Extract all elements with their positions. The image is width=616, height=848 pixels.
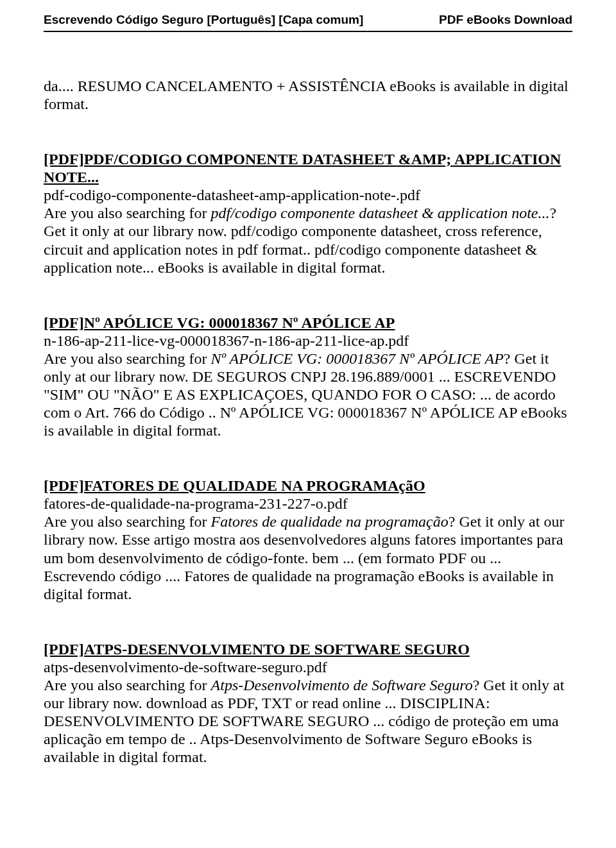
entry-filename: atps-desenvolvimento-de-software-seguro.… xyxy=(44,659,327,675)
entry-body-pre: Are you also searching for xyxy=(44,205,211,221)
entry-body-italic: pdf/codigo componente datasheet & applic… xyxy=(211,205,550,221)
entry-title-link[interactable]: [PDF]Nº APÓLICE VG: 000018367 Nº APÓLICE… xyxy=(44,314,395,331)
entry-body-pre: Are you also searching for xyxy=(44,350,211,367)
header-divider xyxy=(44,31,572,32)
header-right: PDF eBooks Download xyxy=(439,13,572,27)
entry-body-italic: Fatores de qualidade na programação xyxy=(211,513,449,530)
entry-title-link[interactable]: [PDF]FATORES DE QUALIDADE NA PROGRAMAçãO xyxy=(44,477,425,494)
entry-body-italic: Nº APÓLICE VG: 000018367 Nº APÓLICE AP xyxy=(211,350,504,367)
entry-filename: pdf-codigo-componente-datasheet-amp-appl… xyxy=(44,187,420,203)
entry-body-pre: Are you also searching for xyxy=(44,513,211,530)
entry-body-pre: Are you also searching for xyxy=(44,677,211,693)
header-title: Escrevendo Código Seguro [Português] [Ca… xyxy=(44,13,363,27)
intro-text: da.... RESUMO CANCELAMENTO + ASSISTÊNCIA… xyxy=(44,77,572,113)
pdf-entry: [PDF]Nº APÓLICE VG: 000018367 Nº APÓLICE… xyxy=(44,314,572,440)
pdf-entry: [PDF]PDF/CODIGO COMPONENTE DATASHEET &AM… xyxy=(44,150,572,276)
pdf-entry: [PDF]FATORES DE QUALIDADE NA PROGRAMAçãO… xyxy=(44,477,572,603)
entry-title-link[interactable]: [PDF]PDF/CODIGO COMPONENTE DATASHEET &AM… xyxy=(44,151,561,185)
page-header: Escrevendo Código Seguro [Português] [Ca… xyxy=(44,13,572,27)
entry-title-link[interactable]: [PDF]ATPS-DESENVOLVIMENTO DE SOFTWARE SE… xyxy=(44,641,470,657)
pdf-entry: [PDF]ATPS-DESENVOLVIMENTO DE SOFTWARE SE… xyxy=(44,640,572,767)
entry-filename: n-186-ap-211-lice-vg-000018367-n-186-ap-… xyxy=(44,332,409,349)
document-page: Escrevendo Código Seguro [Português] [Ca… xyxy=(0,0,616,829)
document-body: da.... RESUMO CANCELAMENTO + ASSISTÊNCIA… xyxy=(44,77,572,766)
entry-filename: fatores-de-qualidade-na-programa-231-227… xyxy=(44,495,348,512)
entry-body-italic: Atps-Desenvolvimento de Software Seguro xyxy=(211,677,473,693)
